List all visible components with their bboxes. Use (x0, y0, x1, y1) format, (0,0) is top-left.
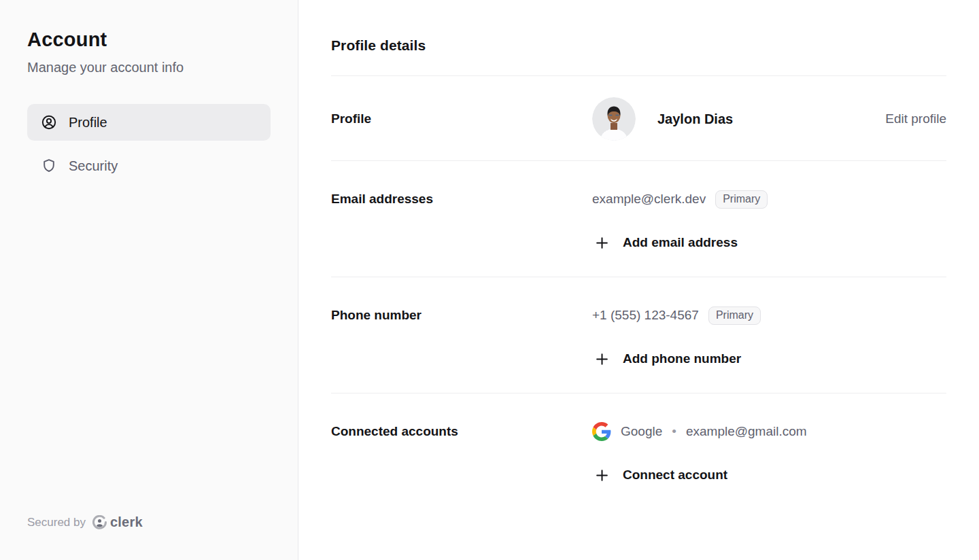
secured-by-footer: Secured by clerk (27, 514, 143, 530)
connected-accounts-section: Connected accounts Google • example@gmai… (331, 393, 946, 509)
dot-separator: • (672, 424, 676, 439)
email-section-label: Email addresses (331, 188, 592, 210)
sidebar-nav: Profile Security (27, 104, 271, 184)
avatar (592, 97, 636, 141)
shield-icon (41, 158, 57, 174)
clerk-wordmark: clerk (110, 514, 143, 530)
add-email-label: Add email address (623, 235, 738, 250)
profile-section: Profile Jaylon Dias (331, 76, 946, 160)
phone-value: +1 (555) 123-4567 (592, 308, 699, 323)
primary-badge: Primary (708, 307, 761, 325)
plus-icon (595, 236, 609, 250)
google-icon (592, 422, 611, 441)
connected-account-row: Google • example@gmail.com (592, 421, 946, 442)
secured-by-text: Secured by (27, 516, 86, 529)
sidebar-item-label: Profile (69, 115, 107, 130)
plus-icon (595, 468, 609, 483)
sidebar: Account Manage your account info Profile… (0, 0, 298, 560)
clerk-brand-link[interactable]: clerk (92, 514, 143, 530)
primary-badge: Primary (715, 190, 768, 209)
page-title: Profile details (331, 0, 946, 54)
email-addresses-section: Email addresses example@clerk.dev Primar… (331, 161, 946, 277)
edit-profile-button[interactable]: Edit profile (885, 111, 946, 126)
connect-account-label: Connect account (623, 468, 727, 483)
sidebar-item-profile[interactable]: Profile (27, 104, 271, 141)
user-circle-icon (41, 114, 57, 130)
connect-account-button[interactable]: Connect account (592, 464, 946, 486)
profile-row-label: Profile (331, 97, 592, 141)
profile-name: Jaylon Dias (657, 111, 733, 127)
sidebar-item-label: Security (69, 158, 118, 174)
phone-number-section: Phone number +1 (555) 123-4567 Primary A… (331, 277, 946, 393)
phone-row: +1 (555) 123-4567 Primary (592, 304, 946, 326)
account-subtitle: Manage your account info (27, 60, 271, 75)
clerk-logo-icon (92, 515, 107, 529)
connected-section-label: Connected accounts (331, 421, 592, 442)
add-phone-label: Add phone number (623, 351, 741, 366)
email-row: example@clerk.dev Primary (592, 188, 946, 210)
connected-email-value: example@gmail.com (686, 424, 807, 439)
add-phone-button[interactable]: Add phone number (592, 348, 946, 370)
account-title: Account (27, 29, 271, 51)
provider-name: Google (621, 424, 662, 439)
sidebar-item-security[interactable]: Security (27, 147, 271, 184)
plus-icon (595, 352, 609, 366)
add-email-button[interactable]: Add email address (592, 232, 946, 253)
phone-section-label: Phone number (331, 304, 592, 326)
email-value: example@clerk.dev (592, 192, 706, 207)
profile-details-panel: Profile details Profile (298, 0, 979, 560)
